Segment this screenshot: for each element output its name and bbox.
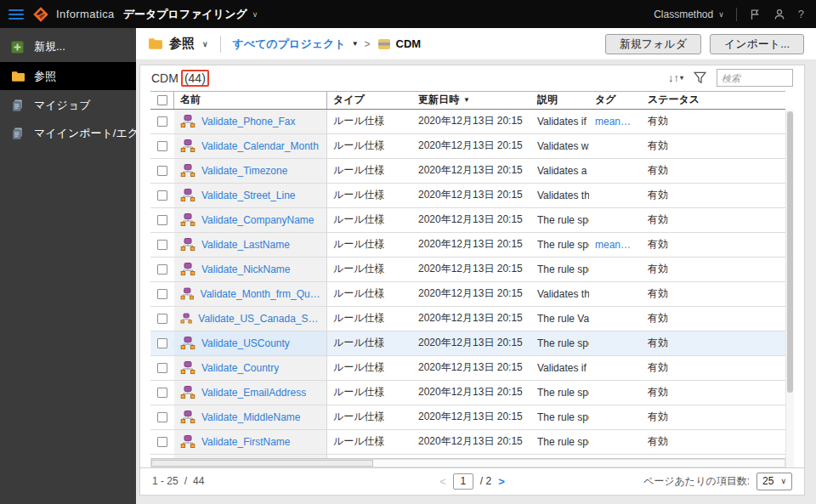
org-menu[interactable]: Classmethod ∨ xyxy=(654,8,724,20)
sidebar-item-import-export[interactable]: マイインポート/エク... xyxy=(0,121,136,146)
row-checkbox[interactable] xyxy=(157,166,167,176)
folder-icon xyxy=(11,70,26,83)
asset-name-link[interactable]: Validate_Month_frm_Quarter xyxy=(201,288,320,300)
app-switcher-chevron-icon[interactable]: ∨ xyxy=(252,10,258,19)
next-page-button[interactable]: > xyxy=(498,475,505,488)
previous-page-button[interactable]: < xyxy=(439,475,446,488)
row-checkbox[interactable] xyxy=(157,190,167,201)
item-count-annotation: (44) xyxy=(181,70,209,87)
sidebar-item-my-jobs[interactable]: マイジョブ xyxy=(0,93,136,118)
sidebar-item-label: 新規... xyxy=(34,39,65,54)
asset-tag-link[interactable]: means.identi... xyxy=(595,116,636,127)
table-row[interactable]: Validate_MiddleName ルール仕様 2020年12月13日 20… xyxy=(150,405,785,430)
asset-name-link[interactable]: Validate_MiddleName xyxy=(201,411,301,423)
asset-name-link[interactable]: Validate_NickName xyxy=(201,263,291,275)
asset-tag-link[interactable]: means.identi... xyxy=(595,239,636,251)
asset-status: 有効 xyxy=(642,184,785,207)
column-header-tag[interactable]: タグ xyxy=(589,92,642,109)
column-header-name[interactable]: 名前 xyxy=(174,92,327,109)
column-header-status[interactable]: ステータス xyxy=(642,92,785,109)
user-icon[interactable] xyxy=(774,8,786,20)
table-row[interactable]: Validate_Month_frm_Quarter ルール仕様 2020年12… xyxy=(150,282,785,307)
asset-status: 有効 xyxy=(642,233,785,257)
row-checkbox[interactable] xyxy=(157,141,167,151)
row-checkbox[interactable] xyxy=(157,363,167,373)
asset-type: ルール仕様 xyxy=(327,381,412,405)
table-row[interactable]: Validate_USCounty ルール仕様 2020年12月13日 20:1… xyxy=(150,331,785,356)
search-input[interactable] xyxy=(717,69,793,87)
page-number-input[interactable]: 1 xyxy=(453,473,473,490)
asset-name-link[interactable]: Validate_Country xyxy=(201,362,279,374)
table-row[interactable]: Validate_Calendar_Month ルール仕様 2020年12月13… xyxy=(150,134,785,159)
asset-name-link[interactable]: Validate_Street_Line xyxy=(201,190,296,201)
asset-description: Validates if t... xyxy=(531,356,589,380)
row-checkbox[interactable] xyxy=(157,264,167,275)
row-checkbox[interactable] xyxy=(157,240,167,250)
browse-section-dropdown[interactable]: 参照 ∨ xyxy=(148,36,208,52)
row-checkbox[interactable] xyxy=(157,338,167,348)
row-checkbox[interactable] xyxy=(157,314,167,324)
hamburger-menu-icon[interactable] xyxy=(8,9,24,20)
row-checkbox[interactable] xyxy=(157,412,167,422)
table-row[interactable]: Validate_FirstName ルール仕様 2020年12月13日 20:… xyxy=(150,430,785,455)
table-body: Validate_Phone_Fax ルール仕様 2020年12月13日 20:… xyxy=(150,110,785,455)
horizontal-scrollbar[interactable] xyxy=(150,459,785,467)
asset-list-panel: CDM (44) ↓↑▾ 名前 タイプ 更新日時 ▼ 説明 タグ ステータス xyxy=(139,65,805,496)
table-row[interactable]: Validate_EmailAddress ルール仕様 2020年12月13日 … xyxy=(150,381,785,405)
sort-icon[interactable]: ↓↑▾ xyxy=(668,71,683,84)
help-icon[interactable]: ? xyxy=(798,8,804,20)
asset-type: ルール仕様 xyxy=(327,233,412,257)
projects-dropdown-icon[interactable]: ▼ xyxy=(352,40,359,48)
asset-type: ルール仕様 xyxy=(327,331,412,355)
row-checkbox[interactable] xyxy=(157,437,167,447)
vertical-scrollbar-thumb[interactable] xyxy=(787,111,793,394)
asset-name-link[interactable]: Validate_USCounty xyxy=(201,337,290,349)
items-per-page-select[interactable]: 25 ∨ xyxy=(756,473,792,490)
table-row[interactable]: Validate_Country ルール仕様 2020年12月13日 20:15… xyxy=(150,356,785,381)
table-row[interactable]: Validate_CompanyName ルール仕様 2020年12月13日 2… xyxy=(150,208,785,233)
rule-specification-icon xyxy=(180,435,196,448)
asset-name-link[interactable]: Validate_Phone_Fax xyxy=(201,116,296,127)
asset-updated: 2020年12月13日 20:15 xyxy=(412,282,531,306)
column-header-updated[interactable]: 更新日時 ▼ xyxy=(412,92,531,109)
asset-name-link[interactable]: Validate_CompanyName xyxy=(201,214,314,226)
asset-description: Validates if t... xyxy=(531,110,589,133)
row-checkbox[interactable] xyxy=(157,388,167,398)
range-total: 44 xyxy=(193,475,204,487)
column-header-type[interactable]: タイプ xyxy=(327,92,412,109)
asset-status: 有効 xyxy=(642,258,785,281)
asset-name-link[interactable]: Validate_US_Canada_StateName xyxy=(198,313,320,325)
sidebar-item-new[interactable]: 新規... xyxy=(0,34,136,59)
items-per-page-label: ページあたりの項目数: xyxy=(643,474,750,489)
asset-updated: 2020年12月13日 20:15 xyxy=(412,159,531,183)
asset-updated: 2020年12月13日 20:15 xyxy=(412,184,531,207)
row-checkbox[interactable] xyxy=(157,215,167,225)
sidebar-item-browse[interactable]: 参照 xyxy=(0,62,136,90)
vertical-scrollbar[interactable] xyxy=(785,110,794,467)
column-header-description[interactable]: 説明 xyxy=(531,92,589,109)
table-row[interactable]: Validate_US_Canada_StateName ルール仕様 2020年… xyxy=(150,307,785,331)
import-button[interactable]: インポート... xyxy=(710,34,804,54)
breadcrumb-projects-link[interactable]: すべてのプロジェクト xyxy=(233,37,346,52)
horizontal-scrollbar-thumb[interactable] xyxy=(151,460,373,467)
asset-name-link[interactable]: Validate_EmailAddress xyxy=(201,387,306,399)
asset-description: The rule Vali... xyxy=(531,307,589,331)
new-folder-button[interactable]: 新規フォルダ xyxy=(605,34,701,54)
asset-name-link[interactable]: Validate_Timezone xyxy=(201,165,287,177)
row-checkbox[interactable] xyxy=(157,116,167,127)
table-row[interactable]: Validate_NickName ルール仕様 2020年12月13日 20:1… xyxy=(150,258,785,282)
select-all-checkbox[interactable] xyxy=(157,95,167,105)
top-navigation-bar: Informatica データプロファイリング ∨ Classmethod ∨ … xyxy=(0,0,816,28)
asset-updated: 2020年12月13日 20:15 xyxy=(412,430,531,454)
table-row[interactable]: Validate_Street_Line ルール仕様 2020年12月13日 2… xyxy=(150,184,785,208)
asset-updated: 2020年12月13日 20:15 xyxy=(412,307,531,331)
table-row[interactable]: Validate_Phone_Fax ルール仕様 2020年12月13日 20:… xyxy=(150,110,785,134)
row-checkbox[interactable] xyxy=(157,289,167,299)
flag-icon[interactable] xyxy=(749,8,762,20)
table-row[interactable]: Validate_LastName ルール仕様 2020年12月13日 20:1… xyxy=(150,233,785,258)
filter-icon[interactable] xyxy=(694,71,706,84)
asset-name-link[interactable]: Validate_Calendar_Month xyxy=(201,140,319,152)
asset-name-link[interactable]: Validate_LastName xyxy=(201,239,290,251)
asset-name-link[interactable]: Validate_FirstName xyxy=(201,436,290,448)
table-row[interactable]: Validate_Timezone ルール仕様 2020年12月13日 20:1… xyxy=(150,159,785,184)
